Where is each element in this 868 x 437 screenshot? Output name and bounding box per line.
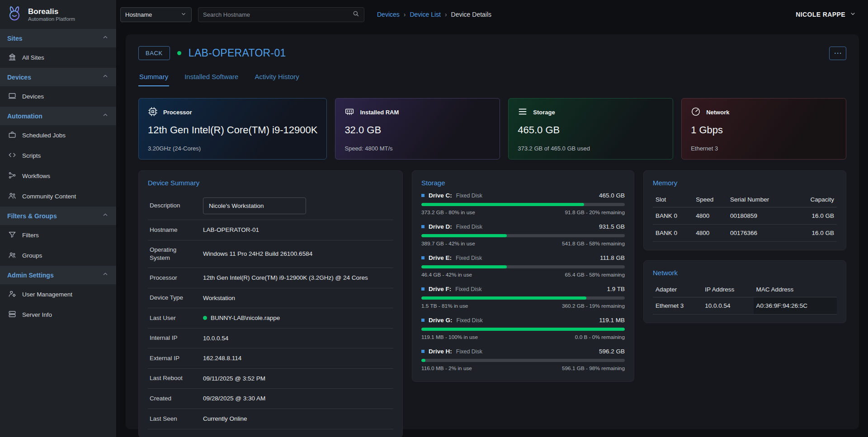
drive-usage-fill xyxy=(421,296,586,300)
sidebar-section-automation[interactable]: Automation xyxy=(0,107,116,125)
summary-value: 12th Gen Intel(R) Core(TM) i9-12900K (3.… xyxy=(203,273,368,282)
stat-footer: 3.20GHz (24-Cores) xyxy=(148,145,317,152)
drive-name: Drive H: xyxy=(429,348,452,355)
drive-usage-fill xyxy=(421,265,507,268)
drive-total: 119.1 MB xyxy=(599,317,625,324)
filter-icon xyxy=(8,230,16,240)
sidebar-section-sites[interactable]: Sites xyxy=(0,29,116,47)
drive-usage-bar xyxy=(421,234,625,237)
page-title: LAB-OPERATOR-01 xyxy=(189,47,286,59)
sidebar-item-workflows[interactable]: Workflows xyxy=(0,166,116,186)
chevron-up-icon xyxy=(102,73,109,81)
drive-row-g: Drive G: Fixed Disk 119.1 MB 119.1 MB - … xyxy=(421,317,625,340)
last-user-value: BUNNY-LAB\nicole.rappe xyxy=(211,314,280,323)
sidebar-item-all-sites[interactable]: All Sites xyxy=(0,47,116,68)
drive-remaining: 541.8 GB - 58% remaining xyxy=(562,240,625,247)
stat-value: 1 Gbps xyxy=(691,124,837,136)
sidebar-section-filters-groups[interactable]: Filters & Groups xyxy=(0,207,116,225)
sidebar-item-label: Filters xyxy=(22,232,39,239)
user-menu[interactable]: NICOLE RAPPE xyxy=(796,10,856,19)
summary-value: 09/11/2025 @ 3:52 PM xyxy=(203,374,265,383)
tab-installed-software[interactable]: Installed Software xyxy=(184,69,239,86)
summary-label: Last User xyxy=(150,314,203,322)
memory-card: Memory Slot Speed Serial Number Capacity xyxy=(643,170,846,250)
chevron-down-icon xyxy=(180,11,187,19)
card-title: Memory xyxy=(653,179,837,187)
drive-remaining: 360.2 GB - 19% remaining xyxy=(562,303,625,309)
sidebar-item-scripts[interactable]: Scripts xyxy=(0,146,116,166)
drive-type: Fixed Disk xyxy=(456,255,482,261)
sidebar-item-user-management[interactable]: User Management xyxy=(0,284,116,305)
section-label: Automation xyxy=(7,113,42,120)
network-card: Network Adapter IP Address MAC Address xyxy=(643,260,846,323)
breadcrumb-current: Device Details xyxy=(451,11,491,18)
storage-card: Storage Drive C: Fixed Disk 465.0 GB 373… xyxy=(412,170,634,382)
summary-label: Last Seen xyxy=(150,415,203,423)
stat-cards: Processor 12th Gen Intel(R) Core(TM) i9-… xyxy=(138,98,846,160)
memory-capacity: 16.0 GB xyxy=(793,207,837,225)
sidebar-item-label: Server Info xyxy=(22,311,52,318)
sidebar-section-admin-settings[interactable]: Admin Settings xyxy=(0,266,116,284)
device-details-panel: BACK LAB-OPERATOR-01 ⋯ Summary Installed… xyxy=(126,34,859,429)
drive-row-h: Drive H: Fixed Disk 596.2 GB 116.0 MB - … xyxy=(421,348,625,371)
description-input[interactable] xyxy=(203,197,306,214)
drive-used: 119.1 MB - 100% in use xyxy=(421,334,478,340)
ram-icon xyxy=(344,107,354,118)
summary-row-last-reboot: Last Reboot 09/11/2025 @ 3:52 PM xyxy=(148,369,393,389)
sidebar-item-label: User Management xyxy=(22,291,72,298)
summary-value: 09/28/2025 @ 3:30 AM xyxy=(203,394,265,403)
drive-row-d: Drive D: Fixed Disk 931.5 GB 389.7 GB - … xyxy=(421,223,625,247)
memory-serial: 00180859 xyxy=(727,207,793,225)
card-title: Network xyxy=(653,269,837,277)
stat-title: Storage xyxy=(533,109,555,116)
main-area: Hostname Devices › Device List › Device … xyxy=(117,0,868,437)
breadcrumb-device-list[interactable]: Device List xyxy=(410,11,440,18)
sidebar-item-label: Scheduled Jobs xyxy=(22,132,66,139)
drive-name: Drive E: xyxy=(429,254,452,261)
section-label: Filters & Groups xyxy=(7,212,57,220)
sidebar-item-filters[interactable]: Filters xyxy=(0,225,116,245)
network-header-mac: MAC Address xyxy=(754,282,837,297)
memory-row: BANK 0 4800 00180859 16.0 GB xyxy=(653,207,837,225)
drive-bullet-icon xyxy=(421,194,425,197)
device-summary-card: Device Summary Description Hostname LAB-… xyxy=(138,170,403,437)
drive-used: 1.5 TB - 81% in use xyxy=(421,303,468,309)
right-column: Memory Slot Speed Serial Number Capacity xyxy=(643,170,846,323)
sidebar-section-devices[interactable]: Devices xyxy=(0,68,116,86)
drive-row-f: Drive F: Fixed Disk 1.9 TB 1.5 TB - 81% … xyxy=(421,286,625,309)
memory-header-capacity: Capacity xyxy=(793,192,837,207)
memory-slot: BANK 0 xyxy=(653,207,693,225)
tab-activity-history[interactable]: Activity History xyxy=(254,69,300,86)
briefcase-icon xyxy=(8,131,16,140)
tab-summary[interactable]: Summary xyxy=(138,69,169,86)
hostname-filter-select[interactable]: Hostname xyxy=(120,7,192,22)
drive-name: Drive C: xyxy=(429,192,452,199)
stat-title: Network xyxy=(706,109,729,116)
sidebar-item-server-info[interactable]: Server Info xyxy=(0,305,116,325)
sidebar-item-community-content[interactable]: Community Content xyxy=(0,186,116,207)
search-input[interactable] xyxy=(203,11,352,18)
summary-label: Created xyxy=(150,395,203,403)
summary-row-external-ip: External IP 162.248.8.114 xyxy=(148,348,393,369)
drive-bullet-icon xyxy=(421,287,425,291)
drive-usage-bar xyxy=(421,265,625,268)
summary-label: Last Reboot xyxy=(150,374,203,382)
search-icon[interactable] xyxy=(352,10,359,19)
back-button[interactable]: BACK xyxy=(138,46,170,60)
sidebar-item-groups[interactable]: Groups xyxy=(0,245,116,266)
summary-row-description: Description xyxy=(148,192,393,220)
memory-slot: BANK 0 xyxy=(653,225,693,242)
drive-row-c: Drive C: Fixed Disk 465.0 GB 373.2 GB - … xyxy=(421,192,625,216)
stat-value: 32.0 GB xyxy=(344,124,491,136)
summary-value: 162.248.8.114 xyxy=(203,354,241,363)
breadcrumb-devices[interactable]: Devices xyxy=(377,11,400,18)
memory-speed: 4800 xyxy=(693,207,727,225)
drive-row-e: Drive E: Fixed Disk 111.8 GB 46.4 GB - 4… xyxy=(421,254,625,278)
drive-name: Drive F: xyxy=(429,286,451,292)
sidebar-item-scheduled-jobs[interactable]: Scheduled Jobs xyxy=(0,125,116,146)
more-actions-button[interactable]: ⋯ xyxy=(829,47,846,60)
server-icon xyxy=(8,310,16,320)
memory-table: Slot Speed Serial Number Capacity BANK 0… xyxy=(653,192,837,242)
hostname-filter-value: Hostname xyxy=(125,11,152,18)
sidebar-item-devices[interactable]: Devices xyxy=(0,86,116,107)
